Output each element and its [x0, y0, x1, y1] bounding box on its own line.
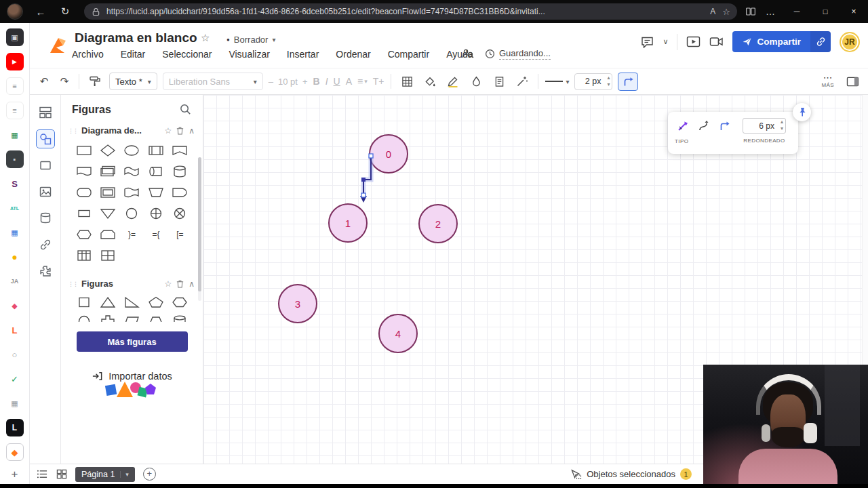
rail-calendar-icon[interactable]: ▦ [6, 394, 24, 412]
image-panel-icon[interactable] [36, 182, 55, 201]
shape-summing-icon[interactable] [168, 207, 192, 220]
format-painter-icon[interactable] [86, 73, 104, 90]
document-title[interactable]: Diagrama en blanco [75, 30, 197, 45]
more-tools-button[interactable]: ⋯ MÁS [821, 74, 834, 89]
shape-brace-left-icon[interactable]: ={ [144, 228, 167, 241]
shape-document-icon[interactable] [72, 165, 96, 178]
shape-preparation-icon[interactable] [72, 228, 96, 241]
page-grid-icon[interactable] [56, 469, 67, 479]
rail-check-icon[interactable]: ✓ [6, 370, 24, 388]
maximize-button[interactable]: □ [811, 0, 840, 23]
font-size-stepper[interactable]: – 10 pt + [269, 77, 308, 87]
shape-cross-icon[interactable] [96, 314, 119, 322]
shape-circle-icon[interactable] [72, 314, 96, 322]
shape-flag-icon[interactable] [120, 186, 144, 199]
shape-predefined-icon[interactable] [144, 144, 167, 157]
menu-seleccionar[interactable]: Seleccionar [162, 49, 212, 60]
present-icon[interactable] [686, 35, 701, 48]
blank-shape-icon[interactable] [36, 156, 55, 175]
pin-popover-button[interactable] [793, 103, 811, 121]
notes-icon[interactable] [490, 73, 508, 90]
stroke-width-input[interactable]: 2 px ▴ ▾ [574, 73, 612, 90]
collaborator-search-icon[interactable] [461, 47, 474, 60]
document-status[interactable]: ● Borrador ▾ [226, 35, 275, 45]
split-screen-icon[interactable] [745, 6, 756, 17]
shape-or-icon[interactable] [144, 207, 167, 220]
shape-loop-limit-icon[interactable] [96, 228, 119, 241]
drag-handle-icon[interactable]: ⋮⋮ [68, 281, 77, 287]
page-list-icon[interactable] [37, 469, 48, 479]
shape-connector-circle-icon[interactable] [120, 207, 144, 220]
data-panel-icon[interactable] [36, 209, 55, 228]
shape-decision-icon[interactable] [96, 144, 119, 157]
rail-youtube-icon[interactable]: ▶ [6, 53, 24, 70]
rail-dark-app-icon[interactable]: ▪ [6, 150, 24, 168]
browser-menu-icon[interactable]: … [766, 6, 776, 17]
address-bar[interactable]: https://lucid.app/lucidchart/919dd56a-1f… [84, 3, 737, 20]
node-2[interactable]: 2 [418, 204, 458, 243]
shape-card-icon[interactable] [72, 207, 96, 220]
favorite-star-icon[interactable]: ☆ [722, 7, 730, 17]
rail-atlassian-icon[interactable]: ATL [6, 199, 24, 217]
shape-table-cols-icon[interactable] [72, 249, 96, 262]
redo-icon[interactable]: ↷ [57, 75, 72, 87]
browser-profile-avatar[interactable] [7, 3, 23, 20]
page-tab[interactable]: Página 1 ▾ [75, 467, 135, 482]
rail-yellow-icon[interactable]: ● [6, 248, 24, 266]
node-3[interactable]: 3 [278, 284, 317, 323]
panel-scrollbar[interactable] [198, 157, 201, 301]
radius-up-icon[interactable]: ▴ [781, 119, 783, 125]
magic-wand-icon[interactable] [513, 73, 531, 90]
font-size-minus[interactable]: – [269, 77, 273, 87]
text-options-icon[interactable]: T+ [373, 76, 384, 87]
plugins-puzzle-icon[interactable] [36, 262, 55, 281]
shape-merge-icon[interactable] [96, 207, 119, 220]
rail-lucid-active-icon[interactable]: ◆ [6, 443, 24, 461]
more-shapes-button[interactable]: Más figuras [77, 331, 188, 352]
read-aloud-icon[interactable]: A [710, 7, 715, 16]
elbow-connector-icon[interactable] [717, 118, 733, 134]
stroke-width-up-icon[interactable]: ▴ [607, 75, 610, 81]
shape-process-icon[interactable] [72, 144, 96, 157]
section-title-2[interactable]: Figuras [81, 279, 160, 289]
shape-parallelogram-icon[interactable] [120, 314, 144, 322]
search-icon[interactable] [179, 103, 192, 116]
shape-tape-icon[interactable] [120, 165, 144, 178]
video-camera-icon[interactable] [709, 36, 724, 47]
shape-cylinder-icon[interactable] [168, 314, 192, 322]
shape-direct-data-icon[interactable] [144, 165, 167, 178]
rail-sheets-icon[interactable]: ▦ [6, 126, 24, 144]
stroke-width-down-icon[interactable]: ▾ [607, 81, 610, 88]
rail-add-icon[interactable]: + [12, 468, 18, 481]
font-size-plus[interactable]: + [302, 77, 308, 87]
share-button[interactable]: Compartir [732, 31, 831, 52]
close-button[interactable]: × [840, 0, 868, 23]
user-avatar[interactable]: JR [840, 32, 860, 52]
shape-trapezoid-icon[interactable] [144, 314, 167, 322]
shape-pentagon-icon[interactable] [144, 296, 167, 309]
drag-handle-icon[interactable]: ⋮⋮ [68, 127, 77, 134]
favorite-section-star-icon[interactable]: ☆ [164, 279, 172, 289]
curved-connector-icon[interactable] [696, 118, 712, 134]
rail-doc2-icon[interactable]: ≡ [6, 102, 24, 119]
rail-outlook-icon[interactable]: ▦ [6, 224, 24, 241]
node-4[interactable]: 4 [378, 314, 418, 353]
node-0[interactable]: 0 [369, 134, 408, 174]
shape-brace-right-icon[interactable]: }= [120, 228, 144, 241]
saving-status[interactable]: Guardando... [485, 48, 551, 60]
font-family-dropdown[interactable]: Liberation Sans ▾ [163, 73, 263, 90]
straight-connector-icon[interactable] [675, 118, 691, 134]
shape-bracket-icon[interactable]: [= [168, 228, 192, 241]
minimize-button[interactable]: ─ [783, 0, 811, 23]
text-color-icon[interactable]: A [346, 76, 352, 87]
lucid-logo[interactable] [45, 33, 71, 58]
node-1[interactable]: 1 [328, 203, 368, 243]
layout-panel-icon[interactable] [36, 103, 55, 122]
trash-icon[interactable] [176, 126, 184, 136]
menu-visualizar[interactable]: Visualizar [229, 49, 269, 60]
header-caret-icon[interactable]: ∨ [663, 37, 668, 46]
shape-rounded-icon[interactable] [72, 186, 96, 199]
rail-search-icon[interactable]: ○ [6, 346, 24, 363]
menu-insertar[interactable]: Insertar [287, 49, 319, 60]
italic-icon[interactable]: I [326, 76, 328, 87]
